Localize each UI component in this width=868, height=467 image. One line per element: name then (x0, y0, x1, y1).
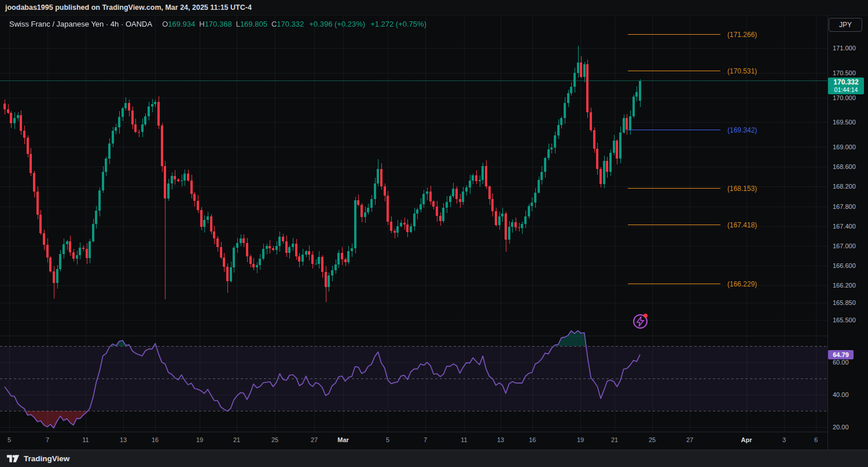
attribution-bar: joodabas1995 published on TradingView.co… (0, 0, 868, 16)
ohlc-value: 169.805 (240, 20, 267, 28)
tradingview-brand[interactable]: TradingView (24, 454, 69, 463)
time-tick-label: 25 (271, 436, 278, 443)
chart-area: (171.266)(170.531)(169.342)(168.153)(167… (0, 16, 868, 450)
time-tick-label: 13 (497, 436, 504, 443)
price-tick-label: 165.850 (833, 299, 856, 306)
time-tick-label: 7 (424, 436, 427, 443)
lightning-icon (636, 317, 645, 326)
price-tick-label: 170.500 (833, 69, 856, 76)
price-tick-label: 169.500 (833, 119, 856, 126)
rsi-tick-label: 40.00 (833, 391, 849, 398)
price-tick-label: 168.200 (833, 183, 856, 190)
time-tick-label: Mar (337, 436, 349, 443)
price-level-label: (169.342) (727, 126, 757, 134)
last-price: 170.332 (828, 78, 864, 86)
ohlc-value: 169.934 (168, 20, 195, 28)
ohlc-label: C (271, 20, 277, 28)
price-level-line[interactable] (628, 34, 720, 35)
currency-button[interactable]: JPY (829, 18, 862, 32)
time-tick-label: 13 (120, 436, 127, 443)
ohlc-label: L (236, 20, 240, 28)
price-tick-label: 170.000 (833, 94, 856, 101)
price-level-line[interactable] (628, 130, 720, 130)
rsi-value-badge: 64.79 (828, 350, 854, 359)
time-tick-label: 16 (152, 436, 159, 443)
price-tick-label: 165.500 (833, 317, 856, 323)
price-tick-label: 171.000 (833, 45, 856, 52)
time-tick-label: 6 (814, 436, 818, 443)
footer-bar: TradingView (0, 450, 868, 467)
rsi-tick-label: 60.00 (833, 359, 849, 366)
bar-countdown: 01:44:14 (828, 86, 864, 93)
price-level-line[interactable] (628, 71, 720, 71)
price-level-label: (167.418) (727, 221, 757, 229)
time-tick-label: 27 (686, 436, 693, 443)
price-level-line[interactable] (628, 284, 720, 284)
change-values: +0.396 (+0.23%)+1.272 (+0.75%) (304, 20, 426, 28)
time-tick-label: 21 (611, 436, 618, 443)
time-tick-label: 11 (461, 436, 467, 443)
ohlc-label: H (199, 20, 204, 28)
candlestick-chart[interactable] (0, 16, 827, 432)
time-tick-label: 19 (196, 436, 203, 443)
time-tick-label: 7 (46, 436, 49, 443)
change-value: +1.272 (+0.75%) (370, 20, 426, 28)
flash-alert-icon[interactable] (633, 314, 648, 329)
price-level-label: (168.153) (727, 185, 757, 193)
price-tick-label: 167.000 (833, 242, 856, 249)
rsi-tick-label: 20.00 (833, 424, 849, 431)
ohlc-label: O (162, 20, 168, 28)
price-level-label: (170.531) (727, 67, 757, 75)
price-tick-label: 168.600 (833, 163, 856, 170)
price-tick-label: 167.800 (833, 203, 856, 210)
time-tick-label: 21 (233, 436, 240, 443)
time-tick-label: 11 (82, 436, 89, 443)
time-tick-label: 27 (311, 436, 318, 443)
ohlc-values: O169.934H170.368L169.805C170.332 (158, 20, 304, 28)
attribution-text: joodabas1995 published on TradingView.co… (5, 3, 252, 12)
price-level-line[interactable] (628, 225, 720, 225)
last-price-badge: 170.332 01:44:14 (828, 78, 864, 94)
time-tick-label: 19 (577, 436, 584, 443)
time-tick-label: 3 (782, 436, 786, 443)
price-tick-label: 167.400 (833, 223, 856, 230)
symbol-header: Swiss Franc / Japanese Yen · 4h · OANDAO… (9, 20, 426, 28)
symbol-title[interactable]: Swiss Franc / Japanese Yen · 4h · OANDA (9, 20, 152, 28)
notification-dot (643, 314, 648, 318)
price-level-label: (171.266) (727, 31, 757, 39)
price-tick-label: 169.000 (833, 144, 856, 150)
time-tick-label: Apr (741, 436, 752, 443)
price-tick-label: 166.200 (833, 282, 856, 289)
change-value: +0.396 (+0.23%) (309, 20, 365, 28)
price-level-label: (166.229) (727, 280, 757, 288)
time-tick-label: 5 (386, 436, 389, 443)
tradingview-logo-icon[interactable] (6, 454, 20, 463)
time-tick-label: 16 (529, 436, 536, 443)
ohlc-value: 170.368 (205, 20, 232, 28)
price-level-line[interactable] (628, 188, 720, 189)
ohlc-value: 170.332 (277, 20, 304, 28)
current-price-line (0, 80, 827, 81)
time-axis[interactable]: 5711131619212527Mar5711131619212527Apr36 (0, 432, 827, 450)
price-tick-label: 166.600 (833, 262, 856, 269)
time-tick-label: 5 (8, 436, 11, 443)
time-tick-label: 25 (649, 436, 656, 443)
